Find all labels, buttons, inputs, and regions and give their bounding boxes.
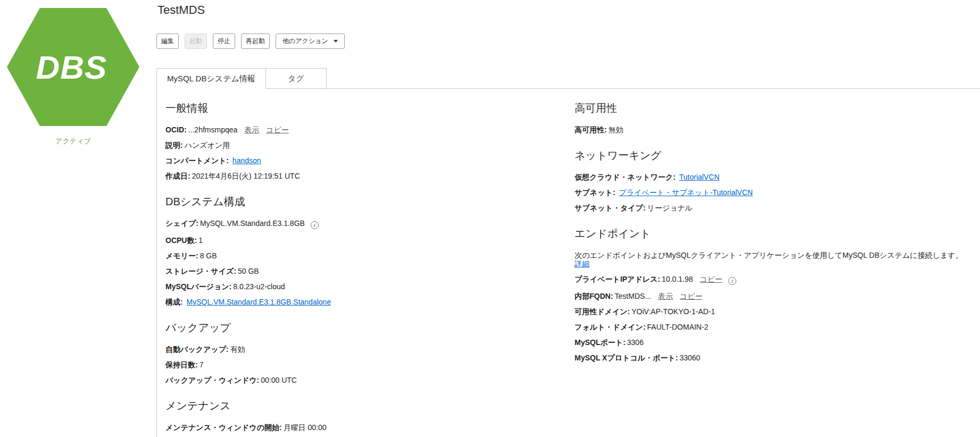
ocid-row: OCID:...2hfmsmpqea 表示 コピー [165, 125, 575, 134]
subnet-link[interactable]: プライベート・サブネット-TutorialVCN [619, 188, 753, 197]
fault-domain-row: フォルト・ドメイン:FAULT-DOMAIN-2 [575, 323, 971, 331]
auto-backup-row: 自動バックアップ:有効 [165, 345, 575, 354]
section-endpoints: エンドポイント [575, 228, 971, 240]
retention-value: 7 [200, 360, 204, 369]
storage-value: 50 GB [238, 267, 259, 275]
mysql-xprotocol-port-value: 33060 [679, 354, 700, 362]
auto-backup-value: 有効 [230, 345, 245, 354]
memory-value: 8 GB [200, 251, 217, 260]
mysql-port-value: 3306 [627, 338, 644, 347]
ocid-copy-link[interactable]: コピー [266, 125, 289, 134]
maintenance-window-value: 月曜日 00:00 [284, 423, 327, 432]
dbs-hexagon-icon: DBS [7, 8, 139, 126]
section-general-info: 一般情報 [165, 102, 575, 114]
shape-value: MySQL.VM.Standard.E3.1.8GB [200, 219, 305, 228]
subnet-label: サブネット: [575, 188, 615, 197]
private-ip-label: プライベートIPアドレス: [575, 275, 660, 283]
mysql-port-label: MySQLポート: [575, 338, 626, 347]
ocid-show-link[interactable]: 表示 [244, 125, 259, 134]
ocid-label: OCID: [165, 125, 187, 134]
info-icon[interactable]: i [728, 277, 736, 285]
tab-tags[interactable]: タグ [266, 68, 327, 89]
retention-label: 保持日数: [165, 360, 198, 369]
resource-icon-column: DBS アクティブ [7, 8, 139, 146]
subnet-type-label: サブネット・タイプ: [575, 204, 645, 212]
configuration-label: 構成: [165, 298, 183, 306]
mysql-xprotocol-port-label: MySQL Xプロトコル・ポート: [575, 354, 678, 362]
toolbar: 編集 起動 停止 再起動 他のアクション [156, 33, 980, 49]
subnet-row: サブネット: プライベート・サブネット-TutorialVCN [575, 188, 971, 197]
backup-window-value: 00:00 UTC [261, 376, 297, 384]
more-actions-button[interactable]: 他のアクション [276, 33, 345, 49]
vcn-row: 仮想クラウド・ネットワーク: TutorialVCN [575, 173, 971, 181]
high-availability-row: 高可用性:無効 [575, 125, 971, 134]
storage-row: ストレージ・サイズ:50 GB [165, 267, 575, 275]
main-content: TestMDS 編集 起動 停止 再起動 他のアクション MySQL DBシステ… [156, 0, 980, 437]
section-maintenance: メンテナンス [165, 400, 575, 412]
stop-button[interactable]: 停止 [213, 33, 235, 49]
info-icon[interactable]: i [311, 221, 319, 229]
dbs-icon-label: DBS [7, 8, 139, 126]
internal-fqdn-copy-link[interactable]: コピー [680, 292, 703, 300]
memory-row: メモリー:8 GB [165, 251, 575, 260]
compartment-link[interactable]: handson [232, 156, 261, 165]
caret-down-icon [334, 40, 338, 43]
description-value: ハンズオン用 [185, 141, 230, 149]
more-actions-label: 他のアクション [283, 37, 328, 46]
section-networking: ネットワーキング [575, 149, 971, 162]
maintenance-window-row: メンテナンス・ウィンドウの開始:月曜日 00:00 [165, 423, 575, 432]
ocid-value: ...2hfmsmpqea [188, 125, 238, 134]
shape-row: シェイプ:MySQL.VM.Standard.E3.1.8GB i [165, 219, 575, 229]
backup-window-label: バックアップ・ウィンドウ: [165, 376, 259, 384]
created-label: 作成日: [165, 172, 190, 180]
mysql-version-row: MySQLバージョン:8.0.23-u2-cloud [165, 282, 575, 291]
maintenance-window-label: メンテナンス・ウィンドウの開始: [165, 423, 282, 432]
vcn-label: 仮想クラウド・ネットワーク: [575, 173, 676, 181]
details-left-column: 一般情報 OCID:...2hfmsmpqea 表示 コピー 説明:ハンズオン用… [165, 97, 575, 437]
ocpu-label: OCPU数: [165, 236, 197, 245]
subnet-type-row: サブネット・タイプ:リージョナル [575, 204, 971, 212]
storage-label: ストレージ・サイズ: [165, 267, 236, 275]
internal-fqdn-value: TestMDS... [614, 292, 651, 300]
subnet-type-value: リージョナル [647, 204, 693, 212]
fault-domain-value: FAULT-DOMAIN-2 [647, 323, 708, 331]
private-ip-value: 10.0.1.98 [662, 275, 693, 283]
description-label: 説明: [165, 141, 183, 149]
status-badge: アクティブ [7, 137, 139, 146]
private-ip-copy-link[interactable]: コピー [700, 275, 722, 283]
high-availability-value: 無効 [609, 125, 624, 134]
internal-fqdn-show-link[interactable]: 表示 [658, 292, 673, 300]
restart-button[interactable]: 再起動 [241, 33, 270, 49]
configuration-link[interactable]: MySQL.VM.Standard.E3.1.8GB.Standalone [187, 298, 331, 306]
internal-fqdn-row: 内部FQDN:TestMDS... 表示 コピー [575, 292, 971, 300]
ocpu-row: OCPU数:1 [165, 236, 575, 245]
ocpu-value: 1 [198, 236, 203, 245]
start-button: 起動 [185, 33, 207, 49]
section-backup: バックアップ [165, 322, 575, 334]
tab-mysql-db-system-info[interactable]: MySQL DBシステム情報 [156, 68, 266, 89]
private-ip-row: プライベートIPアドレス:10.0.1.98 コピー i [575, 275, 971, 285]
auto-backup-label: 自動バックアップ: [165, 345, 229, 354]
edit-button[interactable]: 編集 [156, 33, 179, 49]
details-panel: 一般情報 OCID:...2hfmsmpqea 表示 コピー 説明:ハンズオン用… [156, 88, 980, 437]
mysql-version-label: MySQLバージョン: [165, 282, 231, 291]
mysql-port-row: MySQLポート:3306 [575, 338, 971, 347]
memory-label: メモリー: [165, 251, 198, 260]
description-row: 説明:ハンズオン用 [165, 141, 575, 149]
created-value: 2021年4月6日(火) 12:19:51 UTC [192, 172, 300, 180]
mysql-version-value: 8.0.23-u2-cloud [233, 282, 285, 291]
page-title: TestMDS [156, 0, 980, 17]
details-right-column: 高可用性 高可用性:無効 ネットワーキング 仮想クラウド・ネットワーク: Tut… [575, 97, 971, 437]
internal-fqdn-label: 内部FQDN: [575, 292, 613, 300]
mysql-xprotocol-port-row: MySQL Xプロトコル・ポート:33060 [575, 354, 971, 362]
high-availability-label: 高可用性: [575, 125, 607, 134]
endpoints-details-link[interactable]: 詳細 [575, 259, 589, 268]
vcn-link[interactable]: TutorialVCN [679, 173, 720, 181]
compartment-label: コンパートメント: [165, 156, 229, 165]
created-row: 作成日:2021年4月6日(火) 12:19:51 UTC [165, 172, 575, 180]
endpoints-description: 次のエンドポイントおよびMySQLクライアント・アプリケーションを使用してMyS… [575, 251, 963, 259]
compartment-row: コンパートメント: handson [165, 156, 575, 165]
shape-label: シェイプ: [165, 219, 198, 228]
section-db-system-config: DBシステム構成 [165, 196, 575, 208]
section-high-availability: 高可用性 [575, 102, 971, 114]
